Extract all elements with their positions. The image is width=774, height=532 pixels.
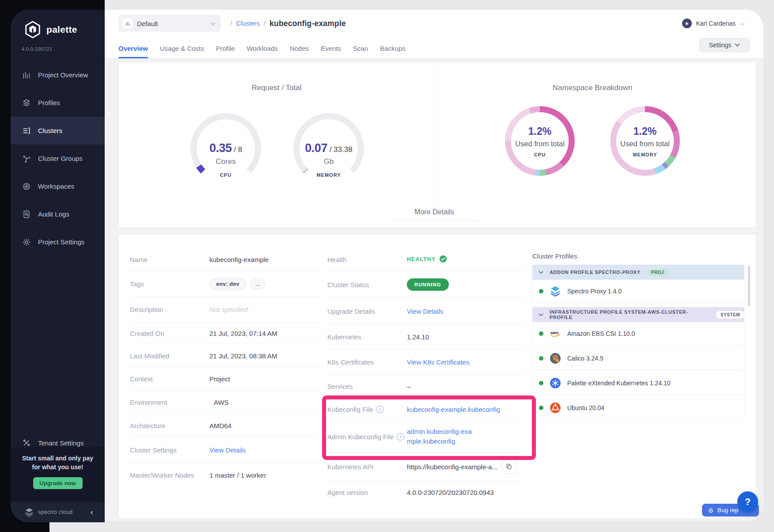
bug-icon <box>707 507 714 514</box>
tab-events[interactable]: Events <box>321 38 341 58</box>
detail-label: Name <box>130 256 209 263</box>
detail-row-kubernetes-api: Kubernetes APIhttps://kubeconfig-example… <box>327 453 524 481</box>
bug-report-label: Bug rep <box>717 507 738 513</box>
detail-row-architecture: ArchitectureAMD64 <box>130 414 320 437</box>
clusters-icon <box>22 126 31 135</box>
detail-row-environment: EnvironmentawsAWS <box>130 390 320 414</box>
breadcrumb-separator: / <box>264 19 266 27</box>
spectro-cloud-logo-icon <box>24 507 34 517</box>
sidebar-item-cluster-groups[interactable]: Cluster Groups <box>11 144 105 172</box>
info-icon[interactable]: i <box>376 406 383 413</box>
tab-profile[interactable]: Profile <box>216 38 235 58</box>
detail-label: Created On <box>130 330 209 337</box>
detail-value: View Details <box>407 308 443 315</box>
admin-kubeconfig-file-link[interactable]: admin.kubeconfig-example.kubeconfig <box>407 427 473 447</box>
sidebar-item-label: Audit Logs <box>38 210 69 218</box>
health-status: HEALTHY <box>407 255 447 264</box>
profiles-icon <box>22 99 31 107</box>
status-dot <box>539 381 543 385</box>
gauge-label: CPU <box>190 172 261 178</box>
cluster-groups-icon <box>22 154 31 163</box>
details-left-column: Namekubeconfig-exampleTagsenv: dev...Des… <box>130 248 320 487</box>
audit-logs-icon <box>22 210 31 219</box>
tag-chip[interactable]: env: dev <box>209 278 246 289</box>
profile-group-header-system[interactable]: INFRASTRUCTURE PROFILE SYSTEM-AWS-CLUSTE… <box>532 307 744 322</box>
breadcrumb-current: kubeconfig-example <box>269 19 346 28</box>
window-frame-left <box>0 0 11 532</box>
detail-value: awsAWS <box>209 399 229 406</box>
upgrade-details-link[interactable]: View Details <box>407 308 443 315</box>
profile-layer-ubuntu-20-04[interactable]: Ubuntu 20.04 <box>532 396 744 420</box>
detail-row-master-worker-nodes: Master/Worker Nodes1 master / 1 worker <box>130 463 320 487</box>
profiles-scrollbar-thumb[interactable] <box>748 266 750 306</box>
details-middle-column: HealthHEALTHYCluster StatusRUNNINGUpgrad… <box>327 248 524 504</box>
detail-value: kubeconfig-example.kubeconfig <box>407 406 500 413</box>
gauge-value: 0.35 / 8 <box>190 141 261 155</box>
detail-value: RUNNING <box>407 278 449 291</box>
status-badge: RUNNING <box>407 278 449 291</box>
sidebar-item-project-settings[interactable]: Project Settings <box>11 228 105 256</box>
profile-group-header-proj[interactable]: ADDON PROFILE SPECTRO-PROXYPROJ <box>532 265 744 280</box>
breadcrumb-clusters-link[interactable]: Clusters <box>236 20 259 27</box>
copy-button[interactable] <box>502 460 516 474</box>
cluster-details-card: Namekubeconfig-exampleTagsenv: dev...Des… <box>118 234 756 519</box>
check-circle-icon <box>439 255 447 264</box>
sidebar-item-workspaces[interactable]: Workspaces <box>11 172 105 200</box>
detail-row-kubeconfig-file: Kubeconfig Fileikubeconfig-example.kubec… <box>327 398 524 421</box>
more-details-button[interactable]: More Details <box>390 208 478 221</box>
tab-bar: OverviewUsage & CostsProfileWorkloadsNod… <box>118 38 406 58</box>
cluster-settings-link[interactable]: View Details <box>209 446 246 454</box>
sidebar-item-project-overview[interactable]: Project Overview <box>11 61 105 89</box>
gauge-unit: Cores <box>190 157 261 166</box>
detail-row-context: ContextProject <box>130 368 320 390</box>
user-menu[interactable]: ★ Karl Cardenas <box>682 10 745 37</box>
chevron-down-icon <box>539 270 543 275</box>
request-total-title: Request / Total <box>206 84 347 92</box>
tab-backups[interactable]: Backups <box>380 38 406 58</box>
profile-layer-calico-3-24-5[interactable]: Calico 3.24.5 <box>532 347 744 370</box>
detail-label: K8s Certificates <box>327 358 407 366</box>
tab-scan[interactable]: Scan <box>353 38 368 58</box>
cpu-namespace-donut: 1.2%Used from totalCPU <box>505 106 575 176</box>
settings-button[interactable]: Settings <box>699 38 750 52</box>
detail-label: Services <box>327 383 407 390</box>
donut-label: CPU <box>505 152 575 157</box>
sidebar-item-label: Project Settings <box>38 238 84 246</box>
sidebar-item-audit-logs[interactable]: Audit Logs <box>11 200 105 228</box>
gauge-unit: Gb <box>293 157 364 166</box>
help-button[interactable]: ? <box>737 491 758 512</box>
info-icon[interactable]: i <box>397 433 404 441</box>
k8s-certificates-link[interactable]: View K8s Certificates <box>407 358 469 366</box>
upgrade-now-button[interactable]: Upgrade now <box>33 477 83 489</box>
sidebar-item-label: Clusters <box>38 127 62 134</box>
detail-value: 1 master / 1 worker <box>209 471 266 479</box>
kubeconfig-file-link[interactable]: kubeconfig-example.kubeconfig <box>407 406 500 413</box>
sidebar-nav: Project OverviewProfilesClustersCluster … <box>11 61 105 256</box>
sidebar: palette 4.0.0-230721 Project OverviewPro… <box>11 10 105 522</box>
detail-value: 4.0.0-230720/20230720.0943 <box>407 489 494 496</box>
detail-row-services: Services– <box>327 375 524 398</box>
aws-logo-icon: aws <box>550 328 561 339</box>
detail-label: Upgrade Details <box>327 308 407 315</box>
project-selector[interactable]: Default <box>118 15 221 32</box>
profile-layer-spectro-proxy-1-4-0[interactable]: Spectro Proxy 1.4.0 <box>532 280 744 303</box>
detail-label: Master/Worker Nodes <box>130 471 209 479</box>
profile-layer-palette-extended-kubernetes-1-24-10[interactable]: Palette eXtended Kubernetes 1.24.10 <box>532 372 744 395</box>
sidebar-collapse-chevron[interactable]: ‹ <box>91 507 93 517</box>
memory-namespace-donut: 1.2%Used from totalMEMORY <box>610 106 680 176</box>
sidebar-item-profiles[interactable]: Profiles <box>11 89 105 117</box>
tab-overview[interactable]: Overview <box>118 38 148 58</box>
scope-badge: PROJ <box>647 269 668 276</box>
status-dot <box>539 331 543 336</box>
detail-label: Agent version <box>327 489 407 496</box>
detail-label: Description <box>130 306 209 313</box>
detail-label: Admin Kubeconfig Filei <box>327 433 407 441</box>
tab-nodes[interactable]: Nodes <box>290 38 309 58</box>
sidebar-item-clusters[interactable]: Clusters <box>11 117 105 144</box>
tab-usage-costs[interactable]: Usage & Costs <box>160 38 204 58</box>
tab-workloads[interactable]: Workloads <box>247 38 278 58</box>
tag-chip[interactable]: ... <box>250 278 265 289</box>
detail-label: Kubeconfig Filei <box>327 406 407 413</box>
profile-layer-amazon-ebs-csi-1-10-0[interactable]: awsAmazon EBS CSI 1.10.0 <box>532 322 744 346</box>
status-dot <box>539 289 543 293</box>
